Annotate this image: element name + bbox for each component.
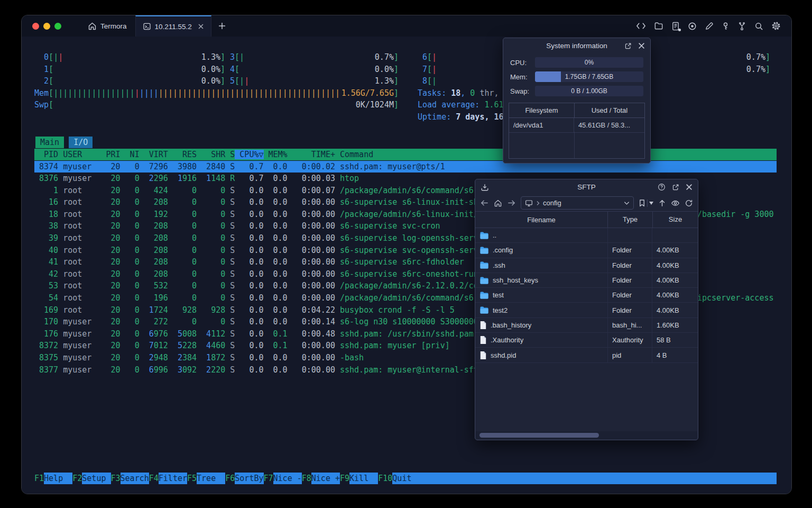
- sftp-col-size[interactable]: Size: [652, 212, 698, 228]
- sftp-col-filename[interactable]: Filename: [475, 216, 607, 224]
- fkey-f1: F1: [34, 473, 44, 484]
- tab-session-label: 10.211.55.2: [155, 23, 192, 31]
- sftp-file-row[interactable]: sshd.pidpid4 B: [475, 348, 698, 362]
- sftp-file-size: 1.60KB: [652, 318, 698, 332]
- log-icon[interactable]: [671, 22, 680, 31]
- sftp-file-name-cell: .ssh: [475, 261, 607, 269]
- record-icon[interactable]: [688, 22, 697, 31]
- sftp-file-row[interactable]: .bash_historybash_hi...1.60KB: [475, 318, 698, 333]
- fkey-action-help[interactable]: Help: [44, 473, 72, 484]
- sftp-path-breadcrumb[interactable]: config: [521, 196, 634, 210]
- sftp-file-name: ..: [493, 231, 496, 239]
- sftp-file-type: pid: [607, 348, 652, 362]
- htop-info-line: Tasks: 18, 0 thr, 0: [418, 87, 513, 99]
- fkey-action-sortby[interactable]: SortBy: [235, 473, 263, 484]
- sftp-help-icon[interactable]: [658, 183, 666, 191]
- folder-icon: [480, 277, 488, 284]
- sysinfo-cpu-row: CPU: 0%: [510, 57, 643, 68]
- sftp-scrollbar-thumb[interactable]: [479, 433, 599, 438]
- sysinfo-swap-bar: 0 B / 1.00GB: [535, 86, 643, 96]
- sysinfo-swap-label: Swap:: [510, 87, 535, 95]
- log-badge-dot: [678, 29, 681, 31]
- sftp-file-name-cell: test: [475, 291, 607, 299]
- sftp-col-type[interactable]: Type: [607, 212, 652, 228]
- fkey-f5: F5: [187, 473, 197, 484]
- sysinfo-mem-label: Mem:: [510, 73, 535, 81]
- code-icon[interactable]: [636, 22, 646, 30]
- htop-tab-io[interactable]: I/O: [69, 137, 93, 148]
- mem-meter: Mem[||||||||||||||||||||||||||||||||||||…: [34, 87, 399, 99]
- sftp-file-row[interactable]: .sshFolder4.00KB: [475, 258, 698, 273]
- sysinfo-mem-row: Mem: 1.75GB / 7.65GB: [510, 71, 643, 82]
- sftp-file-name: sshd.pid: [491, 351, 516, 359]
- bookmark-caret-icon[interactable]: [649, 202, 653, 205]
- titlebar-actions: [636, 15, 791, 37]
- sftp-file-name-cell: .config: [475, 246, 607, 254]
- sftp-file-size: 4.00KB: [652, 258, 698, 273]
- new-tab-button[interactable]: [211, 15, 233, 37]
- fkey-bar-filler: [421, 473, 777, 484]
- fkey-action-quit[interactable]: Quit: [392, 473, 421, 484]
- sftp-file-type: Folder: [607, 243, 652, 257]
- forward-icon[interactable]: [507, 199, 516, 207]
- folder-icon: [480, 306, 488, 314]
- zoom-window-button[interactable]: [54, 23, 61, 30]
- htop-process-row[interactable]: 8374 myuser 20 0 7296 3980 2840 S 0.7 0.…: [34, 161, 777, 173]
- key-icon[interactable]: [722, 22, 730, 31]
- fkey-action-nice-[interactable]: Nice +: [311, 473, 340, 484]
- tab-bar: Termora 10.211.55.2: [22, 15, 791, 37]
- fkey-action-nice-[interactable]: Nice -: [273, 473, 302, 484]
- bookmark-icon[interactable]: [639, 199, 645, 207]
- sftp-file-name: .Xauthority: [491, 336, 523, 344]
- refresh-icon[interactable]: [685, 199, 693, 207]
- htop-info-line: Load average: 1.61 1: [418, 99, 513, 111]
- folder-icon[interactable]: [654, 22, 663, 30]
- sftp-home-icon[interactable]: [494, 199, 502, 207]
- settings-gear-icon[interactable]: [771, 21, 781, 31]
- sftp-panel: SFTP config: [475, 179, 698, 440]
- fkey-action-kill[interactable]: Kill: [349, 473, 378, 484]
- chevron-right-icon: [536, 201, 540, 206]
- sftp-file-name: ssh_host_keys: [493, 276, 538, 284]
- htop-table-header[interactable]: PID USER PRI NI VIRT RES SHR S CPU%▽ MEM…: [34, 149, 777, 160]
- sftp-close-icon[interactable]: [686, 184, 693, 190]
- fkey-action-search[interactable]: Search: [121, 473, 149, 484]
- close-window-button[interactable]: [32, 23, 39, 30]
- system-information-panel: System information CPU: 0% Mem: 1.75GB /…: [503, 38, 651, 164]
- htop-command-continuation: /basedir -g 3000: [697, 208, 774, 221]
- fkey-action-setup[interactable]: Setup: [82, 473, 110, 484]
- edit-icon[interactable]: [705, 22, 714, 31]
- fkey-action-filter[interactable]: Filter: [159, 473, 187, 484]
- sysinfo-open-in-window-icon[interactable]: [624, 42, 632, 50]
- sftp-horizontal-scrollbar[interactable]: [476, 431, 697, 439]
- sftp-file-row[interactable]: ..: [475, 228, 698, 243]
- sftp-open-in-window-icon[interactable]: [672, 184, 679, 191]
- htop-tab-main[interactable]: Main: [35, 137, 64, 148]
- tab-termora-home[interactable]: Termora: [79, 15, 135, 37]
- sftp-file-row[interactable]: .XauthorityXauthority58 B: [475, 333, 698, 348]
- search-icon[interactable]: [754, 22, 763, 31]
- sftp-file-row[interactable]: ssh_host_keysFolder4.00KB: [475, 273, 698, 288]
- sftp-file-type: Folder: [607, 303, 652, 317]
- tab-session-active[interactable]: 10.211.55.2: [135, 15, 211, 37]
- folder-icon: [480, 261, 488, 269]
- sftp-file-row[interactable]: .configFolder4.00KB: [475, 243, 698, 258]
- sysinfo-close-icon[interactable]: [638, 42, 645, 49]
- cpu-meter-1: 1[0.0%]: [34, 64, 225, 76]
- sftp-title-bar: SFTP: [475, 179, 698, 195]
- path-dropdown-chevron-icon[interactable]: [624, 201, 630, 205]
- keychain-icon[interactable]: [737, 22, 746, 31]
- sftp-file-row[interactable]: test2Folder4.00KB: [475, 303, 698, 318]
- minimize-window-button[interactable]: [43, 23, 50, 30]
- fkey-action-tree[interactable]: Tree: [197, 473, 225, 484]
- sysinfo-cpu-bar: 0%: [535, 57, 643, 68]
- tab-close-icon[interactable]: [198, 23, 204, 30]
- parent-directory-icon[interactable]: [658, 199, 666, 207]
- sftp-file-row[interactable]: testFolder4.00KB: [475, 288, 698, 303]
- sysinfo-fs-row[interactable]: /dev/vda1 45.61GB / 58.3...: [509, 118, 644, 133]
- screen: Termora 10.211.55.2: [0, 0, 812, 508]
- back-icon[interactable]: [480, 199, 489, 207]
- swp-meter: Swp[0K/1024M]: [34, 99, 399, 111]
- sysinfo-mem-bar: 1.75GB / 7.65GB: [535, 71, 643, 82]
- show-hidden-eye-icon[interactable]: [671, 199, 680, 207]
